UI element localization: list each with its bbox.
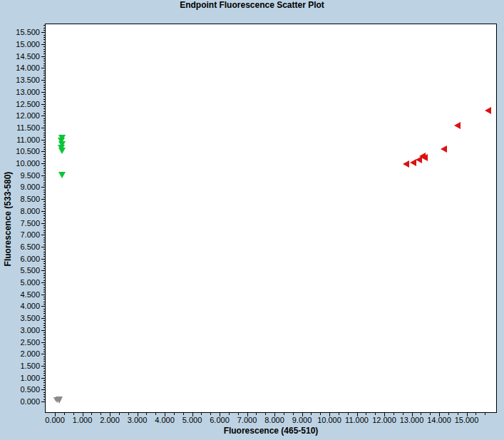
- y-minor-tick: [43, 313, 45, 314]
- y-minor-tick: [43, 87, 45, 88]
- x-minor-tick: [128, 413, 129, 415]
- y-minor-tick: [43, 94, 45, 95]
- y-minor-tick: [43, 206, 45, 207]
- gray-cluster-data-point[interactable]: [58, 396, 63, 401]
- y-major-tick: [41, 295, 45, 295]
- green-cluster-data-point[interactable]: [58, 172, 66, 178]
- y-minor-tick: [43, 71, 45, 71]
- y-minor-tick: [43, 99, 45, 100]
- x-minor-tick: [448, 413, 449, 415]
- x-tick-label: 15.000: [449, 416, 485, 424]
- green-cluster-data-point[interactable]: [58, 148, 66, 154]
- y-minor-tick: [43, 51, 45, 52]
- y-major-tick: [41, 32, 45, 33]
- x-minor-tick: [320, 413, 321, 415]
- y-minor-tick: [43, 225, 45, 226]
- y-minor-tick: [43, 58, 45, 59]
- y-minor-tick: [43, 373, 45, 374]
- y-tick-label: 1.000: [3, 374, 40, 382]
- y-minor-tick: [43, 334, 45, 335]
- y-major-tick: [41, 151, 45, 152]
- y-minor-tick: [43, 245, 45, 245]
- x-minor-tick: [265, 413, 266, 415]
- y-minor-tick: [43, 66, 45, 66]
- red-cluster-data-point[interactable]: [410, 159, 416, 166]
- y-major-tick: [41, 306, 45, 307]
- red-cluster-data-point[interactable]: [403, 160, 409, 168]
- y-minor-tick: [43, 147, 45, 148]
- y-minor-tick: [43, 252, 45, 252]
- y-minor-tick: [43, 394, 45, 395]
- x-minor-tick: [238, 413, 239, 415]
- y-minor-tick: [43, 204, 45, 205]
- y-minor-tick: [43, 375, 45, 376]
- y-tick-label: 8.000: [3, 207, 40, 215]
- y-tick-label: 5.500: [3, 266, 40, 275]
- y-minor-tick: [43, 392, 45, 393]
- y-major-tick: [41, 80, 45, 81]
- y-tick-label: 4.000: [3, 302, 40, 310]
- y-minor-tick: [43, 130, 45, 131]
- y-major-tick: [41, 187, 45, 188]
- y-minor-tick: [43, 46, 45, 47]
- y-major-tick: [41, 92, 45, 93]
- y-minor-tick: [43, 137, 45, 138]
- y-minor-tick: [43, 218, 45, 219]
- x-minor-tick: [64, 413, 65, 415]
- y-minor-tick: [43, 357, 45, 357]
- red-cluster-data-point[interactable]: [416, 156, 422, 163]
- x-minor-tick: [485, 413, 485, 415]
- y-minor-tick: [43, 126, 45, 126]
- y-major-tick: [41, 44, 45, 45]
- y-tick-label: 10.000: [3, 159, 40, 168]
- red-cluster-data-point[interactable]: [441, 145, 447, 153]
- y-minor-tick: [43, 364, 45, 364]
- x-minor-tick: [256, 413, 257, 415]
- y-tick-label: 8.500: [3, 195, 40, 203]
- x-minor-tick: [475, 413, 476, 415]
- x-minor-tick: [201, 413, 202, 415]
- y-major-tick: [41, 247, 45, 247]
- y-minor-tick: [43, 75, 45, 76]
- y-major-tick: [41, 140, 45, 140]
- y-minor-tick: [43, 339, 45, 340]
- y-tick-label: 3.500: [3, 314, 40, 322]
- y-minor-tick: [43, 382, 45, 383]
- red-cluster-data-point[interactable]: [485, 107, 491, 114]
- y-tick-label: 2.000: [3, 349, 40, 358]
- x-minor-tick: [146, 413, 147, 415]
- x-minor-tick: [119, 413, 120, 415]
- y-minor-tick: [43, 263, 45, 264]
- y-major-tick: [41, 270, 45, 271]
- y-minor-tick: [43, 170, 45, 171]
- y-tick-label: 10.500: [3, 147, 40, 155]
- y-minor-tick: [43, 135, 45, 135]
- red-cluster-data-point[interactable]: [454, 122, 461, 129]
- x-minor-tick: [421, 413, 421, 415]
- y-major-tick: [41, 211, 45, 212]
- y-minor-tick: [43, 82, 45, 83]
- y-tick-label: 0.000: [3, 397, 40, 406]
- y-minor-tick: [43, 61, 45, 61]
- y-minor-tick: [43, 299, 45, 300]
- y-major-tick: [41, 282, 45, 283]
- y-minor-tick: [43, 121, 45, 121]
- x-minor-tick: [430, 413, 431, 415]
- x-minor-tick: [210, 413, 211, 415]
- y-minor-tick: [43, 168, 45, 169]
- y-minor-tick: [43, 37, 45, 38]
- y-minor-tick: [43, 285, 45, 285]
- y-minor-tick: [43, 49, 45, 50]
- x-minor-tick: [229, 413, 230, 415]
- y-minor-tick: [43, 53, 45, 54]
- y-minor-tick: [43, 387, 45, 388]
- y-tick-label: 12.000: [3, 111, 40, 120]
- y-tick-label: 1.500: [3, 362, 40, 370]
- y-major-tick: [41, 116, 45, 116]
- y-minor-tick: [43, 287, 45, 288]
- y-minor-tick: [43, 101, 45, 102]
- y-minor-tick: [43, 142, 45, 143]
- y-major-tick: [41, 199, 45, 200]
- y-minor-tick: [43, 399, 45, 400]
- y-major-tick: [41, 68, 45, 68]
